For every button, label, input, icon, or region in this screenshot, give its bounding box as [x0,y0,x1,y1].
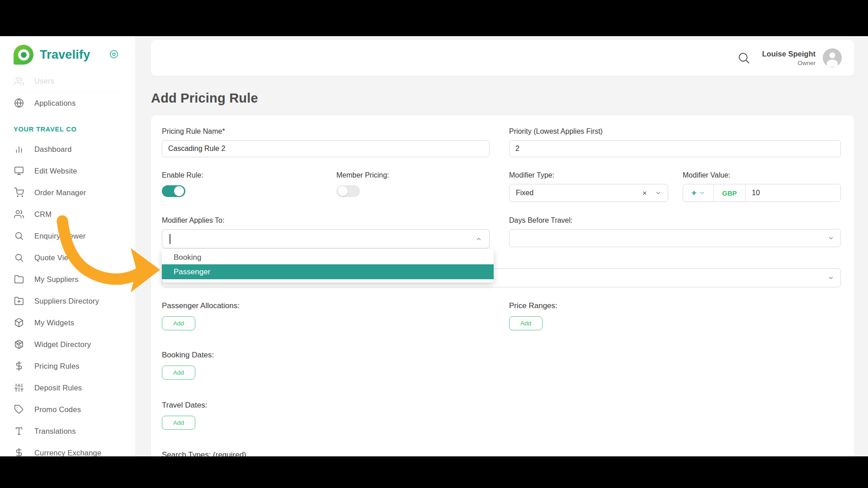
brand-wordmark: Travelify [40,48,90,62]
dollar-icon [14,361,24,371]
sidebar-item-label: My Suppliers [34,275,79,284]
chevron-up-icon[interactable] [476,236,482,242]
modifier-type-value: Fixed [516,189,533,197]
dropdown-option-passenger[interactable]: Passenger [162,264,494,279]
member-pricing-toggle[interactable] [336,185,360,197]
app-window: Travelify Users Applications YOUR TRAVEL… [0,36,868,456]
sidebar-item-dashboard[interactable]: Dashboard [14,138,135,160]
sidebar-item-label: Order Manager [34,188,86,197]
sidebar-item-edit-website[interactable]: Edit Website [14,160,135,182]
chevron-down-icon[interactable] [828,275,834,281]
pricing-rule-form: Pricing Rule Name* Priority (Lowest Appl… [151,115,854,456]
sidebar-item-users[interactable]: Users [14,70,127,92]
sidebar-item-currency-exchange[interactable]: Currency Exchange [14,442,135,456]
passenger-allocations-label: Passenger Allocations: [162,301,240,310]
user-role: Owner [762,60,816,66]
logo-row: Travelify [14,43,135,66]
users-icon [14,76,24,87]
enable-rule-toggle[interactable] [162,185,185,197]
sidebar-item-deposit-rules[interactable]: Deposit Rules [14,377,135,399]
modifier-type-select[interactable]: Fixed × [509,184,668,202]
days-before-travel-label: Days Before Travel: [509,216,841,225]
text-caret [170,234,170,244]
travelify-logo-icon [14,45,33,65]
dropdown-option-booking[interactable]: Booking [162,251,494,264]
pricing-rule-name-input[interactable] [162,140,490,157]
travel-dates-add-button[interactable]: Add [162,416,195,430]
sidebar-collapse-icon[interactable] [109,49,120,60]
monitor-icon [14,165,24,176]
plus-sign: + [691,188,696,198]
sidebar-item-label: Users [34,77,54,85]
dollar-icon [14,447,24,456]
modifier-value-field: + GBP 10 [683,184,841,202]
currency-code[interactable]: GBP [714,184,745,202]
chevron-down-icon[interactable] [828,235,834,241]
people-icon [14,209,24,220]
sidebar-item-pricing-rules[interactable]: Pricing Rules [14,355,135,377]
days-before-travel-select[interactable] [509,229,841,247]
sidebar-item-label: Translations [34,427,76,436]
sidebar-item-my-widgets[interactable]: My Widgets [14,312,135,333]
globe-icon [14,98,24,108]
sidebar-item-label: Suppliers Directory [34,297,99,305]
modifier-amount[interactable]: 10 [745,184,840,202]
price-ranges-label: Price Ranges: [509,301,557,310]
enable-rule-label: Enable Rule: [162,171,336,179]
booking-dates-label: Booking Dates: [162,351,214,359]
sidebar-item-label: Applications [34,99,75,108]
sidebar-item-crm[interactable]: CRM [14,203,135,225]
sidebar-item-label: Quote Viewer [34,253,80,262]
folder-plus-icon [14,296,24,306]
type-icon [14,426,24,436]
modifier-applies-to-combobox[interactable] [162,229,490,249]
booking-dates-add-button[interactable]: Add [162,366,195,380]
sidebar-item-label: Pricing Rules [34,362,80,371]
sidebar-item-my-suppliers[interactable]: My Suppliers [14,268,135,290]
sidebar-item-widget-directory[interactable]: Widget Directory [14,333,135,355]
sidebar-item-label: CRM [34,210,52,219]
cart-icon [14,187,24,198]
top-header-bar: Louise Speight Owner [151,40,854,76]
sidebar-item-label: Dashboard [34,145,72,154]
sidebar-item-label: Edit Website [34,167,77,175]
screen: Travelify Users Applications YOUR TRAVEL… [0,0,868,488]
sliders-icon [14,382,24,393]
sidebar-item-suppliers-directory[interactable]: Suppliers Directory [14,290,135,312]
page-title: Add Pricing Rule [151,91,854,106]
user-menu[interactable]: Louise Speight Owner [762,50,816,66]
modifier-value-label: Modifier Value: [683,171,841,179]
folder-icon [14,274,24,285]
sidebar-item-label: Deposit Rules [34,384,82,392]
sidebar-item-quote-viewer[interactable]: Quote Viewer [14,247,135,268]
search-icon [14,230,24,241]
sidebar-section-label: YOUR TRAVEL CO [14,126,135,133]
sidebar-item-order-manager[interactable]: Order Manager [14,182,135,203]
search-icon [14,252,24,263]
sidebar-item-applications[interactable]: Applications [14,92,135,114]
chevron-down-icon[interactable] [655,190,661,196]
sidebar-item-label: Promo Codes [34,405,81,414]
sign-dropdown[interactable]: + [683,184,714,202]
priority-label: Priority (Lowest Applies First) [509,127,841,136]
search-icon[interactable] [737,51,750,65]
sidebar-item-promo-codes[interactable]: Promo Codes [14,399,135,420]
passenger-allocations-add-button[interactable]: Add [162,316,195,330]
bar-chart-icon [14,144,24,155]
priority-input[interactable] [509,140,841,157]
price-ranges-add-button[interactable]: Add [509,316,542,330]
user-name: Louise Speight [762,50,816,58]
cube-icon [14,317,24,328]
modifier-applies-to-label: Modifier Applies To: [162,216,490,225]
cube-grid-icon [14,339,24,350]
main-content: Louise Speight Owner Add Pricing Rule Pr… [135,36,868,456]
sidebar-item-enquiry-viewer[interactable]: Enquiry Viewer [14,225,135,247]
modifier-applies-to-dropdown: Booking Passenger [162,249,494,282]
sidebar-item-translations[interactable]: Translations [14,420,135,442]
avatar[interactable] [823,48,842,67]
travel-dates-label: Travel Dates: [162,401,207,409]
sidebar-item-label: Currency Exchange [34,449,101,457]
clear-icon[interactable]: × [642,189,647,197]
pricing-rule-name-label: Pricing Rule Name* [162,127,490,136]
member-pricing-label: Member Pricing: [336,171,490,179]
